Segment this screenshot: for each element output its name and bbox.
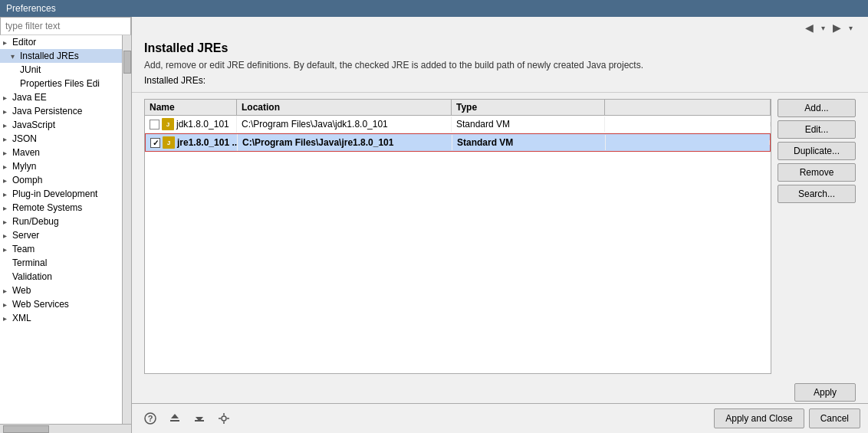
sidebar-item-json[interactable]: JSON bbox=[0, 132, 122, 146]
sidebar-item-junit[interactable]: JUnit bbox=[0, 63, 122, 77]
sidebar-item-javascript[interactable]: JavaScript bbox=[0, 118, 122, 132]
sidebar-item-prop-files[interactable]: Properties Files Edi bbox=[0, 77, 122, 90]
table-header: Name Location Type bbox=[145, 100, 771, 116]
row1-extra bbox=[605, 122, 771, 126]
sidebar-label-server: Server bbox=[12, 230, 39, 241]
sidebar-label-xml: XML bbox=[12, 313, 31, 323]
apply-button[interactable]: Apply bbox=[794, 383, 856, 402]
tree-arrow-server bbox=[3, 231, 11, 240]
sidebar-item-web[interactable]: Web bbox=[0, 284, 122, 297]
tree-arrow-plugin-dev bbox=[3, 190, 11, 198]
sidebar-label-plugin-dev: Plug-in Development bbox=[12, 189, 97, 199]
left-vscrollbar[interactable] bbox=[122, 35, 131, 424]
sidebar-label-json: JSON bbox=[12, 133, 37, 144]
export-icon[interactable] bbox=[189, 409, 210, 428]
sidebar-item-team[interactable]: Team bbox=[0, 242, 122, 256]
back-dropdown[interactable]: ▾ bbox=[818, 22, 828, 34]
sidebar-item-run-debug[interactable]: Run/Debug bbox=[0, 215, 122, 228]
left-panel: EditorInstalled JREsJUnitProperties File… bbox=[0, 17, 132, 433]
col-name: Name bbox=[145, 100, 237, 115]
row2-location: C:\Program Files\Java\jre1.8.0_101 bbox=[238, 135, 452, 150]
sidebar-label-validation: Validation bbox=[12, 271, 52, 282]
page-title: Installed JREs bbox=[144, 41, 856, 55]
sidebar-label-run-debug: Run/Debug bbox=[12, 216, 59, 227]
sidebar-label-remote-systems: Remote Systems bbox=[12, 202, 82, 213]
tree-arrow-team bbox=[3, 245, 11, 254]
row1-checkbox[interactable] bbox=[150, 120, 159, 130]
row1-icon: J bbox=[162, 118, 174, 130]
col-type: Type bbox=[452, 100, 605, 115]
tree-arrow-oomph bbox=[3, 176, 11, 185]
sidebar-item-mylyn[interactable]: Mylyn bbox=[0, 159, 122, 173]
remove-button[interactable]: Remove bbox=[778, 163, 856, 182]
sidebar-item-installed-jres[interactable]: Installed JREs bbox=[0, 49, 122, 63]
tree-arrow-run-debug bbox=[3, 218, 11, 226]
tree-arrow-java-persistence bbox=[3, 107, 11, 116]
main-area: EditorInstalled JREsJUnitProperties File… bbox=[0, 17, 868, 433]
row2-type: Standard VM bbox=[452, 135, 606, 150]
add-button[interactable]: Add... bbox=[778, 99, 856, 117]
sidebar-item-plugin-dev[interactable]: Plug-in Development bbox=[0, 187, 122, 201]
apply-close-button[interactable]: Apply and Close bbox=[714, 408, 804, 428]
svg-text:?: ? bbox=[148, 414, 153, 423]
settings-icon[interactable] bbox=[213, 409, 235, 428]
bottom-bar: ? Apply and Close Cancel bbox=[132, 403, 868, 433]
sidebar-label-oomph: Oomph bbox=[12, 175, 42, 185]
edit-button[interactable]: Edit... bbox=[778, 120, 856, 139]
row1-name-text: jdk1.8.0_101 bbox=[176, 119, 229, 130]
tree-arrow-json bbox=[3, 135, 11, 143]
table-row[interactable]: J jre1.8.0_101 ... C:\Program Files\Java… bbox=[145, 133, 771, 152]
sidebar-label-editor: Editor bbox=[12, 37, 36, 48]
row2-name: J jre1.8.0_101 ... bbox=[146, 134, 238, 151]
table-body: J jdk1.8.0_101 C:\Program Files\Java\jdk… bbox=[145, 116, 771, 373]
forward-arrow[interactable]: ▶ bbox=[830, 20, 844, 35]
sidebar-item-web-services[interactable]: Web Services bbox=[0, 297, 122, 311]
sidebar-label-java-persistence: Java Persistence bbox=[12, 106, 82, 116]
col-extra bbox=[605, 100, 771, 115]
page-header: ◀ ▾ ▶ ▾ bbox=[132, 17, 868, 35]
sidebar-item-editor[interactable]: Editor bbox=[0, 35, 122, 49]
tree-arrow-xml bbox=[3, 314, 11, 323]
duplicate-button[interactable]: Duplicate... bbox=[778, 142, 856, 160]
tree-arrow-remote-systems bbox=[3, 204, 11, 212]
tree-arrow-mylyn bbox=[3, 162, 11, 171]
right-panel: ◀ ▾ ▶ ▾ Installed JREs Add, remove or ed… bbox=[132, 17, 868, 433]
bottom-right-buttons: Apply and Close Cancel bbox=[714, 408, 860, 428]
svg-rect-2 bbox=[170, 420, 179, 422]
sidebar-item-xml[interactable]: XML bbox=[0, 311, 122, 325]
row1-location: C:\Program Files\Java\jdk1.8.0_101 bbox=[237, 116, 452, 132]
left-hscrollbar[interactable] bbox=[0, 424, 131, 433]
sidebar-label-terminal: Terminal bbox=[12, 258, 47, 268]
sidebar-item-maven[interactable]: Maven bbox=[0, 146, 122, 159]
cancel-button[interactable]: Cancel bbox=[809, 408, 860, 428]
apply-row: Apply bbox=[132, 380, 868, 403]
back-arrow[interactable]: ◀ bbox=[802, 20, 817, 35]
row2-checkbox[interactable] bbox=[150, 138, 160, 148]
bottom-left-icons: ? bbox=[140, 409, 235, 428]
sidebar-item-java-persistence[interactable]: Java Persistence bbox=[0, 104, 122, 118]
sidebar-item-validation[interactable]: Validation bbox=[0, 270, 122, 284]
right-content: Name Location Type J jdk1.8.0_101 bbox=[132, 93, 868, 380]
sidebar-item-remote-systems[interactable]: Remote Systems bbox=[0, 201, 122, 215]
import-icon[interactable] bbox=[164, 409, 186, 428]
sidebar-item-java-ee[interactable]: Java EE bbox=[0, 90, 122, 104]
installed-jres-label: Installed JREs: bbox=[144, 75, 856, 86]
table-row[interactable]: J jdk1.8.0_101 C:\Program Files\Java\jdk… bbox=[145, 116, 771, 133]
filter-input[interactable] bbox=[0, 17, 131, 35]
search-button[interactable]: Search... bbox=[778, 185, 856, 203]
tree-arrow-javascript bbox=[3, 121, 11, 130]
help-icon[interactable]: ? bbox=[140, 409, 161, 428]
sidebar-label-web: Web bbox=[12, 285, 31, 296]
jre-table: Name Location Type J jdk1.8.0_101 bbox=[144, 99, 771, 374]
preferences-window: Preferences EditorInstalled JREsJUnitPro… bbox=[0, 0, 868, 433]
row1-name: J jdk1.8.0_101 bbox=[145, 116, 237, 133]
sidebar-item-server[interactable]: Server bbox=[0, 228, 122, 242]
action-buttons: Add... Edit... Duplicate... Remove Searc… bbox=[771, 99, 856, 374]
sidebar-item-terminal[interactable]: Terminal bbox=[0, 256, 122, 270]
forward-dropdown[interactable]: ▾ bbox=[846, 22, 856, 34]
sidebar-label-installed-jres: Installed JREs bbox=[20, 51, 79, 61]
sidebar-item-oomph[interactable]: Oomph bbox=[0, 173, 122, 187]
tree-arrow-web bbox=[3, 287, 11, 295]
sidebar-label-team: Team bbox=[12, 244, 35, 254]
sidebar-label-java-ee: Java EE bbox=[12, 92, 47, 103]
